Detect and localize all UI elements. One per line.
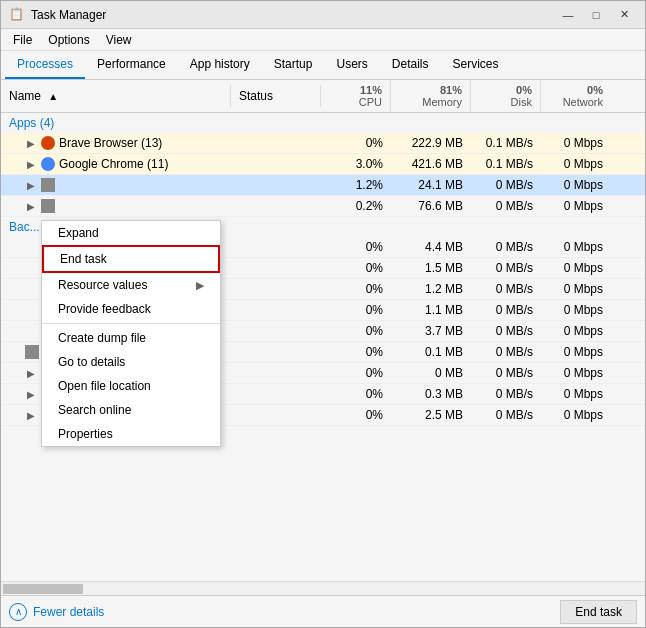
ctx-item-go-to-details[interactable]: Go to details <box>42 350 220 374</box>
col-header-network[interactable]: 0% Network <box>541 80 611 112</box>
ctx-item-search-online[interactable]: Search online <box>42 398 220 422</box>
task-manager-window: 📋 Task Manager — □ ✕ File Options View P… <box>0 0 646 628</box>
ctx-item-provide-feedback[interactable]: Provide feedback <box>42 297 220 321</box>
row-network-chrome: 0 Mbps <box>541 154 611 174</box>
app4-icon <box>41 199 55 213</box>
ctx-item-open-file-location[interactable]: Open file location <box>42 374 220 398</box>
bottom-bar: ∧ Fewer details End task <box>1 595 645 627</box>
row-memory-app4: 76.6 MB <box>391 196 471 216</box>
close-button[interactable]: ✕ <box>611 5 637 25</box>
col-header-status[interactable]: Status <box>231 85 321 107</box>
expand-icon-films[interactable]: ▶ <box>25 388 37 400</box>
ctx-item-properties[interactable]: Properties <box>42 422 220 446</box>
row-disk-chrome: 0.1 MB/s <box>471 154 541 174</box>
tab-performance[interactable]: Performance <box>85 51 178 79</box>
context-menu: Expand End task Resource values ▶ Provid… <box>41 220 221 447</box>
tab-users[interactable]: Users <box>324 51 379 79</box>
menu-bar: File Options View <box>1 29 645 51</box>
ctx-item-end-task[interactable]: End task <box>42 245 220 273</box>
col-header-name[interactable]: Name ▲ <box>1 85 231 107</box>
table-row[interactable]: ▶ 1.2% 24.1 MB 0 MB/s 0 Mbps <box>1 175 645 196</box>
col-header-cpu[interactable]: 11% CPU <box>321 80 391 112</box>
expand-icon-app4[interactable]: ▶ <box>25 200 37 212</box>
row-memory-selected: 24.1 MB <box>391 175 471 195</box>
menu-view[interactable]: View <box>98 31 140 49</box>
row-name-brave: ▶ Brave Browser (13) <box>1 133 231 153</box>
app-icon: 📋 <box>9 7 25 23</box>
row-disk-brave: 0.1 MB/s <box>471 133 541 153</box>
col-header-memory[interactable]: 81% Memory <box>391 80 471 112</box>
row-status-chrome <box>231 161 321 167</box>
sort-arrow-name: ▲ <box>48 91 58 102</box>
ctx-item-expand[interactable]: Expand <box>42 221 220 245</box>
ctx-item-create-dump[interactable]: Create dump file <box>42 326 220 350</box>
features-icon <box>25 345 39 359</box>
row-cpu-selected: 1.2% <box>321 175 391 195</box>
row-memory-chrome: 421.6 MB <box>391 154 471 174</box>
menu-file[interactable]: File <box>5 31 40 49</box>
table-header: Name ▲ Status 11% CPU 81% Memory 0% Disk… <box>1 80 645 113</box>
fewer-details-button[interactable]: ∧ Fewer details <box>9 603 104 621</box>
window-title: Task Manager <box>31 8 555 22</box>
fewer-details-icon: ∧ <box>9 603 27 621</box>
tab-services[interactable]: Services <box>441 51 511 79</box>
horiz-scroll-thumb[interactable] <box>3 584 83 594</box>
window-controls: — □ ✕ <box>555 5 637 25</box>
col-header-disk[interactable]: 0% Disk <box>471 80 541 112</box>
brave-icon <box>41 136 55 150</box>
row-cpu-brave: 0% <box>321 133 391 153</box>
maximize-button[interactable]: □ <box>583 5 609 25</box>
tabs-bar: Processes Performance App history Startu… <box>1 51 645 80</box>
row-status-app4 <box>231 203 321 209</box>
expand-icon-brave[interactable]: ▶ <box>25 137 37 149</box>
row-network-selected: 0 Mbps <box>541 175 611 195</box>
section-apps-header: Apps (4) <box>1 113 645 133</box>
expand-icon-chrome[interactable]: ▶ <box>25 158 37 170</box>
row-cpu-chrome: 3.0% <box>321 154 391 174</box>
selected-app-icon <box>41 178 55 192</box>
table-row[interactable]: ▶ Brave Browser (13) 0% 222.9 MB 0.1 MB/… <box>1 133 645 154</box>
table-row[interactable]: ▶ Google Chrome (11) 3.0% 421.6 MB 0.1 M… <box>1 154 645 175</box>
row-name-selected: ▶ <box>1 175 231 195</box>
row-status-brave <box>231 140 321 146</box>
menu-options[interactable]: Options <box>40 31 97 49</box>
row-name-app4: ▶ <box>1 196 231 216</box>
minimize-button[interactable]: — <box>555 5 581 25</box>
main-content: Name ▲ Status 11% CPU 81% Memory 0% Disk… <box>1 80 645 595</box>
title-bar: 📋 Task Manager — □ ✕ <box>1 1 645 29</box>
row-network-app4: 0 Mbps <box>541 196 611 216</box>
expand-icon-gaming[interactable]: ▶ <box>25 409 37 421</box>
horizontal-scrollbar[interactable] <box>1 581 645 595</box>
ctx-item-resource-values[interactable]: Resource values ▶ <box>42 273 220 297</box>
row-name-chrome: ▶ Google Chrome (11) <box>1 154 231 174</box>
row-network-brave: 0 Mbps <box>541 133 611 153</box>
end-task-button[interactable]: End task <box>560 600 637 624</box>
ctx-separator-1 <box>42 323 220 324</box>
row-status-selected <box>231 182 321 188</box>
chrome-icon <box>41 157 55 171</box>
tab-details[interactable]: Details <box>380 51 441 79</box>
tab-processes[interactable]: Processes <box>5 51 85 79</box>
row-cpu-app4: 0.2% <box>321 196 391 216</box>
row-disk-selected: 0 MB/s <box>471 175 541 195</box>
submenu-arrow: ▶ <box>196 279 204 292</box>
expand-icon-selected[interactable]: ▶ <box>25 179 37 191</box>
tab-startup[interactable]: Startup <box>262 51 325 79</box>
section-background-label: Bac... <box>9 220 40 234</box>
row-memory-brave: 222.9 MB <box>391 133 471 153</box>
table-row[interactable]: ▶ 0.2% 76.6 MB 0 MB/s 0 Mbps <box>1 196 645 217</box>
section-apps-label: Apps (4) <box>9 116 54 130</box>
row-disk-app4: 0 MB/s <box>471 196 541 216</box>
tab-app-history[interactable]: App history <box>178 51 262 79</box>
expand-icon-feeds[interactable]: ▶ <box>25 367 37 379</box>
